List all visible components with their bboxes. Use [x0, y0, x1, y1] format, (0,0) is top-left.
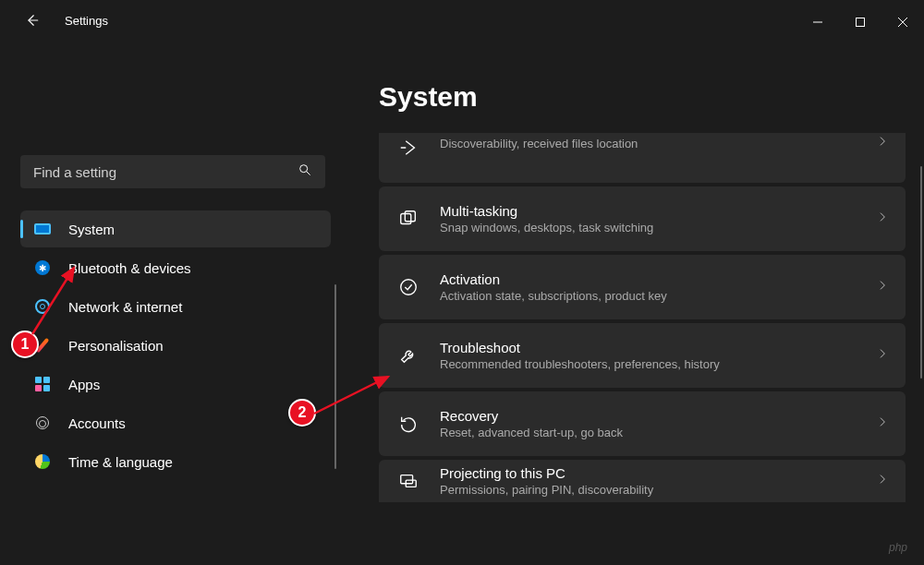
back-button[interactable] — [20, 9, 43, 31]
sidebar: System✱Bluetooth & devicesNetwork & inte… — [0, 44, 342, 565]
search-input[interactable] — [33, 164, 298, 180]
sidebar-item-label: Bluetooth & devices — [68, 260, 191, 276]
card-nearby[interactable]: Discoverability, received files location — [379, 133, 906, 183]
card-text: Recovery Reset, advanced start-up, go ba… — [440, 408, 876, 439]
svg-rect-1 — [857, 18, 865, 27]
sidebar-item-accounts[interactable]: Accounts — [20, 404, 331, 441]
troubleshoot-icon — [395, 343, 421, 368]
multitask-icon — [395, 206, 421, 232]
sidebar-item-label: Apps — [68, 377, 100, 392]
recovery-icon — [395, 411, 421, 437]
svg-point-4 — [300, 165, 308, 173]
time-icon — [33, 452, 52, 471]
card-subtitle: Permissions, pairing PIN, discoverabilit… — [440, 483, 876, 497]
close-button[interactable] — [881, 7, 924, 37]
watermark: php — [889, 541, 907, 554]
content-scrollbar[interactable] — [920, 166, 922, 379]
card-title: Recovery — [440, 408, 876, 424]
svg-rect-9 — [401, 475, 413, 484]
sidebar-item-label: Personalisation — [68, 338, 164, 354]
card-title: Multi-tasking — [440, 203, 876, 219]
svg-point-8 — [401, 280, 417, 295]
card-recovery[interactable]: Recovery Reset, advanced start-up, go ba… — [379, 391, 906, 456]
sidebar-item-personalisation[interactable]: Personalisation — [20, 327, 331, 364]
svg-rect-6 — [401, 214, 411, 224]
search-icon — [298, 162, 312, 181]
chevron-right-icon — [876, 347, 889, 364]
card-subtitle: Discoverability, received files location — [440, 137, 876, 150]
accounts-icon — [33, 414, 52, 432]
svg-rect-7 — [405, 211, 415, 222]
card-title: Projecting to this PC — [440, 465, 876, 481]
apps-icon — [33, 375, 52, 393]
page-title: System — [379, 81, 906, 113]
sidebar-item-apps[interactable]: Apps — [20, 366, 331, 403]
sidebar-item-label: System — [68, 222, 115, 237]
card-title: Troubleshoot — [440, 340, 876, 355]
minimize-button[interactable] — [796, 7, 839, 37]
network-icon — [33, 297, 52, 316]
card-text: Projecting to this PC Permissions, pairi… — [440, 465, 876, 497]
card-title: Activation — [440, 271, 876, 287]
card-text: Discoverability, received files location — [440, 135, 876, 150]
sidebar-item-label: Accounts — [68, 415, 126, 431]
card-activation[interactable]: Activation Activation state, subscriptio… — [379, 255, 906, 319]
app-title: Settings — [65, 14, 108, 28]
sidebar-scrollbar[interactable] — [334, 284, 336, 469]
card-subtitle: Reset, advanced start-up, go back — [440, 426, 876, 439]
maximize-button[interactable] — [839, 7, 881, 37]
sidebar-item-bluetooth-devices[interactable]: ✱Bluetooth & devices — [20, 249, 331, 286]
activation-icon — [395, 274, 421, 300]
sidebar-item-label: Time & language — [68, 454, 173, 470]
sidebar-item-label: Network & internet — [68, 299, 182, 315]
card-projecting-to-this-pc[interactable]: Projecting to this PC Permissions, pairi… — [379, 460, 906, 502]
card-subtitle: Activation state, subscriptions, product… — [440, 289, 876, 303]
chevron-right-icon — [876, 473, 889, 489]
card-text: Activation Activation state, subscriptio… — [440, 271, 876, 303]
content: System Discoverability, received files l… — [342, 44, 924, 565]
card-troubleshoot[interactable]: Troubleshoot Recommended troubleshooters… — [379, 323, 906, 388]
sidebar-item-network-internet[interactable]: Network & internet — [20, 288, 331, 325]
nearby-icon — [395, 135, 421, 161]
card-multi-tasking[interactable]: Multi-tasking Snap windows, desktops, ta… — [379, 186, 906, 251]
card-subtitle: Snap windows, desktops, task switching — [440, 221, 876, 234]
chevron-right-icon — [876, 279, 889, 295]
card-text: Troubleshoot Recommended troubleshooters… — [440, 340, 876, 371]
chevron-right-icon — [876, 210, 889, 227]
svg-line-5 — [307, 172, 310, 174]
system-icon — [33, 220, 52, 238]
bluetooth-icon: ✱ — [33, 258, 52, 277]
search-box[interactable] — [20, 155, 325, 188]
card-text: Multi-tasking Snap windows, desktops, ta… — [440, 203, 876, 234]
sidebar-item-system[interactable]: System — [20, 210, 331, 247]
titlebar — [0, 0, 924, 44]
card-subtitle: Recommended troubleshooters, preferences… — [440, 357, 876, 371]
sidebar-item-time-language[interactable]: Time & language — [20, 443, 331, 480]
chevron-right-icon — [876, 415, 889, 432]
chevron-right-icon — [876, 135, 889, 151]
projecting-icon — [395, 468, 421, 494]
personalisation-icon — [33, 336, 52, 355]
